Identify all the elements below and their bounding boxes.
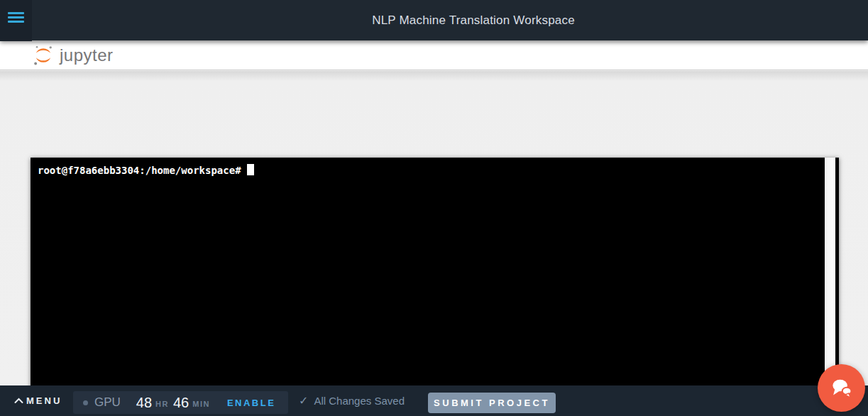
menu-button-label: MENU	[26, 395, 62, 406]
gpu-hours-unit: HR	[155, 400, 169, 408]
jupyter-logo-icon	[32, 44, 55, 67]
gpu-hours-value: 48	[136, 395, 152, 411]
gpu-minutes-value: 46	[173, 395, 189, 411]
terminal-prompt: root@f78a6ebb3304:/home/workspace#	[38, 165, 241, 176]
enable-gpu-button[interactable]: ENABLE	[227, 398, 275, 408]
terminal[interactable]: root@f78a6ebb3304:/home/workspace#	[31, 158, 839, 416]
menu-icon	[8, 12, 24, 14]
gpu-usage-box: GPU 48 HR 46 MIN ENABLE	[73, 391, 288, 414]
gpu-minutes-unit: MIN	[192, 400, 210, 408]
menu-button[interactable]: MENU	[14, 385, 62, 416]
check-icon: ✓	[299, 395, 308, 407]
bottom-bar: MENU GPU 48 HR 46 MIN ENABLE ✓ All Chang…	[0, 385, 868, 416]
jupyter-logo[interactable]: jupyter	[32, 44, 114, 67]
open-menu-button[interactable]	[8, 12, 24, 23]
submit-project-button[interactable]: SUBMIT PROJECT	[428, 393, 556, 413]
gpu-status-dot-icon	[83, 400, 88, 405]
save-status: ✓ All Changes Saved	[299, 385, 405, 416]
chevron-up-icon	[14, 398, 23, 404]
terminal-cursor	[247, 164, 254, 175]
jupyter-header: jupyter	[0, 40, 868, 70]
gpu-label: GPU	[94, 395, 121, 410]
chat-launcher-button[interactable]	[818, 364, 865, 412]
jupyter-logo-text: jupyter	[60, 45, 114, 65]
app-header: NLP Machine Translation Workspace	[0, 0, 868, 40]
terminal-line: root@f78a6ebb3304:/home/workspace#	[31, 158, 839, 176]
chat-bubble-icon	[828, 375, 855, 402]
save-status-label: All Changes Saved	[314, 395, 405, 407]
page-title: NLP Machine Translation Workspace	[372, 13, 575, 28]
content-area: root@f78a6ebb3304:/home/workspace#	[0, 71, 868, 385]
